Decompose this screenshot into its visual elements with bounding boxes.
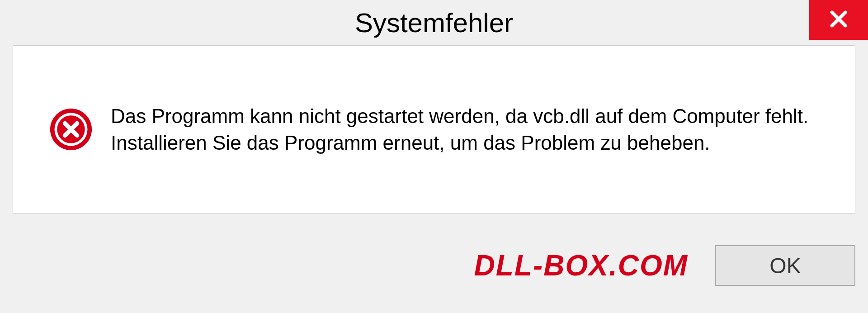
close-button[interactable] (809, 0, 868, 40)
title-bar: Systemfehler (0, 0, 868, 45)
dialog-title: Systemfehler (355, 7, 513, 38)
error-icon (49, 108, 93, 151)
content-area: Das Programm kann nicht gestartet werden… (13, 45, 855, 213)
ok-button[interactable]: OK (715, 245, 855, 286)
error-dialog: Systemfehler Das Programm kann nicht ges… (0, 0, 868, 313)
error-message: Das Programm kann nicht gestartet werden… (111, 103, 837, 156)
watermark-text: DLL-BOX.COM (474, 249, 689, 282)
bottom-bar: DLL-BOX.COM OK (0, 227, 868, 313)
close-icon (829, 9, 849, 31)
